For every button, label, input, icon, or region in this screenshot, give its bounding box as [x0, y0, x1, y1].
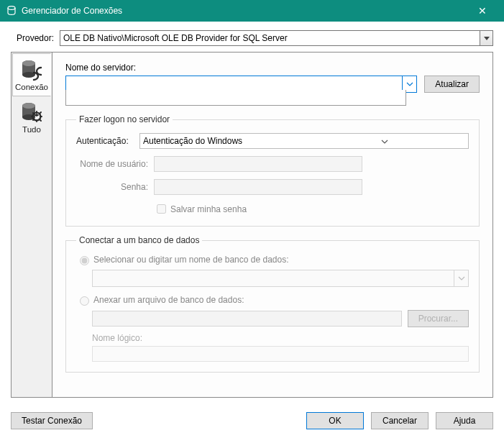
save-password-label: Salvar minha senha [170, 204, 247, 214]
sidebar-item-label: Tudo [12, 125, 51, 134]
svg-point-9 [22, 103, 35, 109]
svg-point-5 [22, 60, 35, 66]
main-area: Conexão Tudo Nome do servidor: [0, 52, 504, 405]
auth-combo[interactable]: Autenticação do Windows [139, 133, 469, 149]
browse-button: Procurar... [408, 310, 469, 327]
attach-file-input [92, 311, 402, 327]
attach-db-label: Anexar um arquivo de banco de dados: [93, 295, 244, 305]
database-combo [92, 270, 469, 287]
logon-legend: Fazer logon no servidor [76, 114, 173, 124]
password-input [154, 179, 362, 195]
dialog-footer: Testar Conexão OK Cancelar Ajuda [0, 405, 504, 438]
username-input [154, 156, 362, 172]
svg-marker-1 [484, 37, 490, 40]
logical-name-input [92, 346, 469, 362]
logical-name-label: Nome lógico: [92, 333, 469, 343]
app-icon [6, 5, 17, 17]
chevron-down-icon [480, 31, 492, 45]
provider-value: OLE DB Nativo\Microsoft OLE DB Provider … [60, 33, 480, 43]
database-value [93, 270, 454, 286]
window-title: Gerenciador de Conexões [22, 6, 467, 16]
connection-panel: Nome do servidor: Atualizar Fazer logon … [52, 52, 493, 398]
provider-label: Provedor: [11, 33, 54, 43]
sidebar-item-label: Conexão [13, 83, 50, 91]
close-button[interactable]: ✕ [467, 5, 498, 17]
password-label: Senha: [76, 182, 148, 192]
server-name-label: Nome do servidor: [65, 63, 480, 73]
username-label: Nome de usuário: [76, 159, 148, 169]
logon-fieldset: Fazer logon no servidor Autenticação: Au… [65, 114, 480, 227]
provider-combo[interactable]: OLE DB Nativo\Microsoft OLE DB Provider … [60, 30, 493, 46]
select-db-label: Selecionar ou digitar um nome de banco d… [93, 255, 289, 265]
titlebar: Gerenciador de Conexões ✕ [0, 0, 504, 22]
sidebar-item-all[interactable]: Tudo [12, 96, 51, 138]
refresh-button[interactable]: Atualizar [424, 76, 480, 93]
ok-button[interactable]: OK [306, 412, 364, 429]
sidebar-item-connection[interactable]: Conexão [12, 53, 51, 96]
help-button[interactable]: Ajuda [436, 412, 493, 429]
cancel-button[interactable]: Cancelar [371, 412, 429, 429]
auth-label: Autenticação: [76, 136, 134, 146]
select-db-radio [80, 256, 89, 265]
provider-row: Provedor: OLE DB Nativo\Microsoft OLE DB… [0, 22, 504, 52]
auth-value: Autenticação do Windows [143, 136, 304, 146]
sidebar: Conexão Tudo [11, 52, 52, 398]
save-password-checkbox [157, 204, 166, 214]
test-connection-button[interactable]: Testar Conexão [11, 412, 93, 429]
connect-db-fieldset: Conectar a um banco de dados Selecionar … [65, 235, 480, 373]
server-name-dropdown-popup[interactable] [65, 90, 406, 106]
chevron-down-icon [304, 136, 465, 146]
connect-db-legend: Conectar a um banco de dados [76, 235, 202, 245]
svg-point-0 [8, 6, 15, 10]
attach-db-radio [80, 296, 89, 306]
chevron-down-icon [454, 270, 468, 286]
